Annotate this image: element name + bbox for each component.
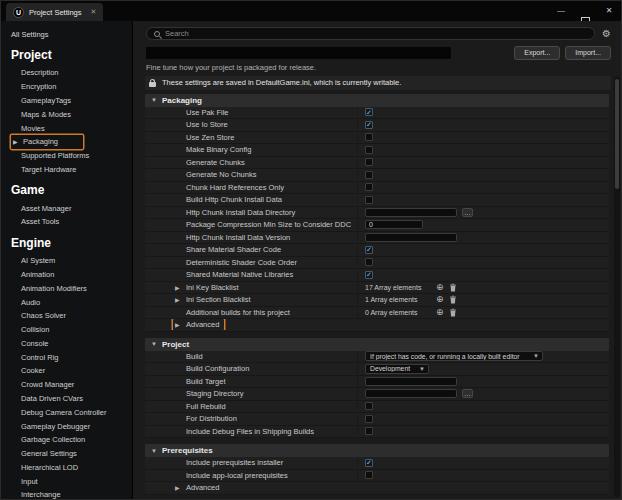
- section-header-packaging[interactable]: ▼Packaging: [145, 94, 609, 107]
- sidebar-item-asset-tools[interactable]: Asset Tools: [11, 215, 126, 229]
- text-field[interactable]: [365, 377, 457, 386]
- sidebar-item-control-rig[interactable]: Control Rig: [11, 350, 126, 364]
- sidebar-item-debug-camera-controller[interactable]: Debug Camera Controller: [11, 405, 126, 419]
- checkbox[interactable]: [365, 415, 373, 423]
- sidebar-item-cooker[interactable]: Cooker: [11, 364, 126, 378]
- checkbox[interactable]: ✓: [365, 108, 373, 116]
- dropdown[interactable]: Development▼: [365, 364, 429, 374]
- tab-close-icon[interactable]: ✕: [91, 8, 97, 16]
- settings-row-use-pak-file: Use Pak File✓: [145, 107, 609, 120]
- sidebar-item-gameplay-debugger[interactable]: Gameplay Debugger: [11, 419, 126, 433]
- checkbox[interactable]: [365, 471, 373, 479]
- checkbox[interactable]: ✓: [365, 246, 373, 254]
- sidebar-item-data-driven-cvars[interactable]: Data Driven CVars: [11, 392, 126, 406]
- delete-icon[interactable]: [449, 308, 457, 317]
- setting-label: Include app-local prerequisites: [186, 471, 288, 480]
- value-cell: [357, 233, 609, 242]
- sidebar-item-chaos-solver[interactable]: Chaos Solver: [11, 309, 126, 323]
- value-cell: Development▼: [357, 364, 609, 374]
- text-field[interactable]: 0: [365, 220, 423, 229]
- checkbox[interactable]: [365, 183, 373, 191]
- sidebar-item-label: Supported Platforms: [21, 151, 89, 160]
- minimize-button[interactable]: —: [549, 1, 573, 21]
- checkbox[interactable]: [365, 258, 373, 266]
- section-packaging: ▼PackagingUse Pak File✓Use Io Store✓Use …: [145, 94, 609, 332]
- checkbox[interactable]: ✓: [365, 459, 373, 467]
- delete-icon[interactable]: [449, 283, 457, 292]
- value-cell: [357, 133, 609, 141]
- gear-icon[interactable]: ⚙: [602, 29, 611, 39]
- add-element-icon[interactable]: ⊕: [436, 308, 444, 317]
- sidebar-item-garbage-collection[interactable]: Garbage Collection: [11, 433, 126, 447]
- sidebar-item-target-hardware[interactable]: Target Hardware: [11, 162, 126, 176]
- advanced-expander[interactable]: ▶Advanced: [173, 482, 224, 493]
- text-field[interactable]: [365, 208, 457, 217]
- checkbox[interactable]: [365, 427, 373, 435]
- sidebar-item-animation[interactable]: Animation: [11, 268, 126, 282]
- checkbox[interactable]: [365, 146, 373, 154]
- value-cell: ✓: [357, 246, 609, 254]
- sidebar-item-packaging[interactable]: ▶Packaging: [11, 135, 83, 149]
- expander-icon[interactable]: ▶: [175, 284, 183, 291]
- sidebar-item-label: Description: [21, 68, 59, 77]
- dropdown-value: Development: [370, 365, 416, 372]
- sidebar-item-supported-platforms[interactable]: Supported Platforms: [11, 149, 126, 163]
- expander-icon[interactable]: ▶: [175, 296, 183, 303]
- section-header-prerequisites[interactable]: ▼Prerequisites: [145, 444, 609, 457]
- setting-label: Full Rebuild: [186, 402, 226, 411]
- value-cell: [357, 471, 609, 479]
- checkbox[interactable]: [365, 196, 373, 204]
- sidebar-item-animation-modifiers[interactable]: Animation Modifiers: [11, 281, 126, 295]
- dropdown[interactable]: If project has code, or running a locall…: [365, 351, 543, 361]
- text-field[interactable]: [365, 233, 457, 242]
- checkbox[interactable]: [365, 402, 373, 410]
- section-title: Packaging: [162, 96, 202, 105]
- sidebar-item-encryption[interactable]: Encryption: [11, 80, 126, 94]
- setting-label: Chunk Hard References Only: [186, 183, 284, 192]
- ellipsis-button[interactable]: …: [462, 208, 473, 217]
- sidebar-item-audio[interactable]: Audio: [11, 295, 126, 309]
- scrollbar[interactable]: [614, 77, 620, 497]
- delete-icon[interactable]: [449, 295, 457, 304]
- sidebar-item-console[interactable]: Console: [11, 337, 126, 351]
- scrollbar-thumb[interactable]: [615, 79, 619, 189]
- section-header-project[interactable]: ▼Project: [145, 338, 609, 351]
- sidebar-item-asset-manager[interactable]: Asset Manager: [11, 201, 126, 215]
- sidebar-item-general-settings[interactable]: General Settings: [11, 447, 126, 461]
- close-button[interactable]: ✕: [597, 1, 621, 21]
- sidebar-item-hierarchical-lod[interactable]: Hierarchical LOD: [11, 461, 126, 475]
- checkbox[interactable]: ✓: [365, 271, 373, 279]
- value-cell: If project has code, or running a locall…: [357, 351, 609, 361]
- sidebar-item-crowd-manager[interactable]: Crowd Manager: [11, 378, 126, 392]
- sidebar-item-label: General Settings: [21, 449, 77, 458]
- window-tab[interactable]: U Project Settings ✕: [6, 3, 103, 21]
- sidebar-item-movies[interactable]: Movies: [11, 121, 126, 135]
- value-cell: [357, 196, 609, 204]
- search-input[interactable]: Search: [146, 27, 595, 40]
- checkbox[interactable]: [365, 171, 373, 179]
- import-button[interactable]: Import...: [565, 46, 611, 60]
- sidebar-item-collision[interactable]: Collision: [11, 323, 126, 337]
- sidebar-item-gameplaytags[interactable]: GameplayTags: [11, 94, 126, 108]
- settings-row-generate-chunks: Generate Chunks: [145, 157, 609, 170]
- sidebar-item-input[interactable]: Input: [11, 474, 126, 488]
- checkbox[interactable]: [365, 133, 373, 141]
- sidebar-item-label: Asset Manager: [21, 204, 71, 213]
- advanced-expander[interactable]: ▶Advanced: [173, 319, 224, 330]
- checkbox[interactable]: [365, 158, 373, 166]
- ellipsis-button[interactable]: …: [462, 389, 473, 398]
- settings-row-generate-no-chunks: Generate No Chunks: [145, 169, 609, 182]
- text-field[interactable]: [365, 389, 457, 398]
- dropdown-value: If project has code, or running a locall…: [370, 353, 530, 360]
- sidebar-item-ai-system[interactable]: AI System: [11, 254, 126, 268]
- add-element-icon[interactable]: ⊕: [436, 295, 444, 304]
- setting-label: Http Chunk Install Data Version: [186, 233, 290, 242]
- sidebar-item-maps-modes[interactable]: Maps & Modes: [11, 107, 126, 121]
- save-notice-text: These settings are saved in DefaultGame.…: [162, 78, 401, 87]
- export-button[interactable]: Export...: [514, 46, 560, 60]
- sidebar-item-interchange[interactable]: Interchange: [11, 488, 126, 499]
- add-element-icon[interactable]: ⊕: [436, 283, 444, 292]
- checkbox[interactable]: ✓: [365, 121, 373, 129]
- sidebar-item-all-settings[interactable]: All Settings: [11, 30, 126, 39]
- sidebar-item-description[interactable]: Description: [11, 66, 126, 80]
